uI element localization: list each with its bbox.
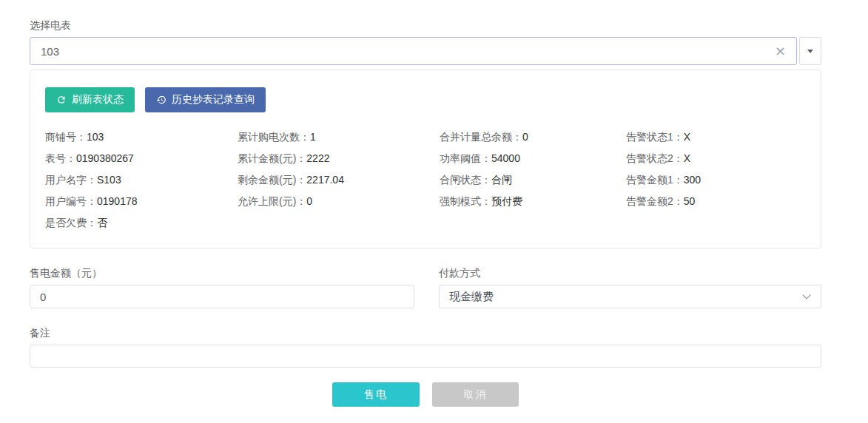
info-value: 54000 xyxy=(491,152,520,164)
payment-method-group: 付款方式 现金缴费 xyxy=(439,266,821,308)
meter-select-input[interactable] xyxy=(41,45,773,58)
info-field-power-threshold: 功率阈值：54000 xyxy=(440,151,626,166)
info-value: 2217.04 xyxy=(306,174,344,186)
payment-method-value: 现金缴费 xyxy=(449,290,802,304)
info-field-allowed-limit: 允许上限(元)：0 xyxy=(238,194,440,209)
sale-amount-group: 售电金额（元） xyxy=(30,266,414,308)
info-field-arrears-status: 是否欠费：否 xyxy=(45,215,238,230)
info-label: 用户编号： xyxy=(45,195,97,207)
info-field-shop-number: 商铺号：103 xyxy=(45,129,238,144)
info-value: X xyxy=(684,131,690,143)
info-value: 预付费 xyxy=(491,195,522,207)
meter-select-field[interactable]: × xyxy=(30,37,797,65)
remark-input[interactable] xyxy=(30,345,821,368)
info-value: X xyxy=(684,152,690,164)
sale-amount-label: 售电金额（元） xyxy=(30,266,414,280)
info-field-remaining-amount: 剩余金额(元)：2217.04 xyxy=(238,172,440,187)
meter-combobox: × xyxy=(30,37,821,65)
info-label: 告警状态1： xyxy=(626,131,684,143)
info-label: 功率阈值： xyxy=(440,152,491,164)
info-label: 允许上限(元)： xyxy=(238,195,306,207)
info-field-user-number: 用户编号：0190178 xyxy=(45,194,238,209)
info-value: 103 xyxy=(87,131,104,143)
sale-form-row: 售电金额（元） 付款方式 现金缴费 xyxy=(30,266,821,308)
info-value: 50 xyxy=(684,195,696,207)
info-value: 1 xyxy=(310,131,316,143)
meter-info-grid: 商铺号：103 累计购电次数：1 合并计量总余额：0 告警状态1：X 表号：01… xyxy=(45,129,806,230)
chevron-down-icon xyxy=(802,291,810,299)
refresh-icon xyxy=(56,95,67,105)
info-value: 合闸 xyxy=(491,174,512,186)
remark-group: 备注 xyxy=(30,326,821,368)
panel-button-row: 刷新表状态 历史抄表记录查询 xyxy=(45,87,806,112)
info-value: 0 xyxy=(522,131,528,143)
info-value: S103 xyxy=(97,174,121,186)
caret-down-icon xyxy=(807,50,813,53)
info-field-purchase-count: 累计购电次数：1 xyxy=(238,129,440,144)
action-button-row: 售电 取消 xyxy=(30,382,821,407)
info-label: 合闸状态： xyxy=(440,174,491,186)
info-label: 表号： xyxy=(45,152,76,164)
meter-status-panel: 刷新表状态 历史抄表记录查询 商铺号：103 累计购电次数：1 合并计量总余额：… xyxy=(30,70,821,248)
info-label: 用户名字： xyxy=(45,174,97,186)
sell-electricity-page: 选择电表 × 刷新表状态 历史抄表记录查询 商 xyxy=(30,0,821,407)
info-label: 告警金额1： xyxy=(626,174,684,186)
info-value: 300 xyxy=(684,174,701,186)
history-button-label: 历史抄表记录查询 xyxy=(172,93,255,106)
info-label: 合并计量总余额： xyxy=(440,131,522,143)
info-label: 告警状态2： xyxy=(626,152,684,164)
refresh-button-label: 刷新表状态 xyxy=(72,93,124,106)
info-field-force-mode: 强制模式：预付费 xyxy=(440,194,626,209)
select-meter-label: 选择电表 xyxy=(30,18,821,32)
sell-button[interactable]: 售电 xyxy=(332,382,420,407)
info-field-switch-status: 合闸状态：合闸 xyxy=(440,172,626,187)
history-records-query-button[interactable]: 历史抄表记录查询 xyxy=(145,87,266,112)
info-value: 2222 xyxy=(306,152,329,164)
payment-method-select[interactable]: 现金缴费 xyxy=(439,285,821,308)
info-label: 累计金额(元)： xyxy=(238,152,306,164)
info-value: 0190178 xyxy=(97,195,138,207)
info-label: 商铺号： xyxy=(45,131,87,143)
meter-dropdown-toggle-button[interactable] xyxy=(799,37,821,65)
info-value: 0 xyxy=(306,195,312,207)
info-label: 告警金额2： xyxy=(626,195,684,207)
info-field-alarm-amount-1: 告警金额1：300 xyxy=(626,172,806,187)
info-field-combined-balance: 合并计量总余额：0 xyxy=(440,129,626,144)
clear-icon[interactable]: × xyxy=(773,44,787,58)
info-field-total-amount: 累计金额(元)：2222 xyxy=(238,151,440,166)
info-field-alarm-status-2: 告警状态2：X xyxy=(626,151,806,166)
payment-method-label: 付款方式 xyxy=(439,266,821,280)
history-icon xyxy=(156,95,166,105)
info-field-alarm-amount-2: 告警金额2：50 xyxy=(626,194,806,209)
info-field-user-name: 用户名字：S103 xyxy=(45,172,238,187)
info-label: 累计购电次数： xyxy=(238,131,310,143)
info-field-alarm-status-1: 告警状态1：X xyxy=(626,129,806,144)
sale-amount-input[interactable] xyxy=(30,285,414,308)
refresh-meter-status-button[interactable]: 刷新表状态 xyxy=(45,87,135,112)
info-value: 否 xyxy=(97,217,107,229)
info-field-meter-number: 表号：0190380267 xyxy=(45,151,238,166)
info-value: 0190380267 xyxy=(76,152,134,164)
info-label: 强制模式： xyxy=(440,195,491,207)
remark-label: 备注 xyxy=(30,326,821,339)
info-label: 剩余金额(元)： xyxy=(238,174,306,186)
info-label: 是否欠费： xyxy=(45,217,97,229)
cancel-button[interactable]: 取消 xyxy=(432,382,519,407)
